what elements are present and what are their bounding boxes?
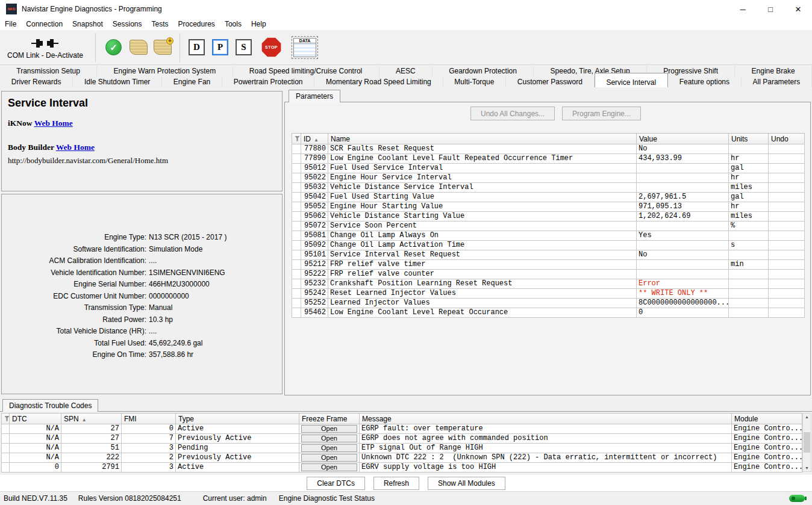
- parameter-row[interactable]: 95232 Crankshaft Position Learning Reset…: [292, 279, 805, 289]
- parameter-value[interactable]: [637, 241, 729, 250]
- menu-item[interactable]: Help: [246, 18, 271, 30]
- maximize-button-icon[interactable]: □: [757, 0, 784, 18]
- parameter-undo-cell[interactable]: [769, 154, 805, 164]
- parameter-row[interactable]: 95081 Change Oil Lamp Always On Yes: [292, 231, 805, 241]
- snapshot-scroll-icon[interactable]: [130, 40, 148, 55]
- feature-tab[interactable]: Idle Shutdown Timer: [73, 76, 162, 87]
- col-header-id[interactable]: ID▲: [301, 134, 328, 144]
- parameter-value[interactable]: No: [637, 144, 729, 154]
- col-header-type[interactable]: Type: [176, 414, 299, 424]
- parameter-row[interactable]: 95032 Vehicle Distance Service Interval …: [292, 183, 805, 193]
- feature-tab[interactable]: All Parameters: [742, 76, 812, 87]
- feature-tab[interactable]: Engine Warn Protection System: [97, 66, 233, 76]
- filter-header[interactable]: [2, 414, 10, 424]
- parameter-undo-cell[interactable]: [769, 299, 805, 308]
- parameter-row[interactable]: 95242 Reset Learned Injector Values ** W…: [292, 289, 805, 299]
- diagnostics-mode-button[interactable]: D: [189, 39, 205, 55]
- open-freeze-frame-button[interactable]: Open: [301, 444, 357, 452]
- parameter-value[interactable]: 2,697,961.5: [637, 193, 729, 202]
- parameter-row[interactable]: 95052 Engine Hour Starting Value 971,095…: [292, 202, 805, 212]
- open-freeze-frame-button[interactable]: Open: [301, 435, 357, 442]
- parameters-tab[interactable]: Parameters: [289, 90, 340, 102]
- parameter-undo-cell[interactable]: [769, 193, 805, 202]
- parameter-undo-cell[interactable]: [769, 241, 805, 250]
- scroll-down-icon[interactable]: ▼: [805, 466, 809, 470]
- programming-mode-button[interactable]: P: [212, 39, 228, 55]
- col-header-value[interactable]: Value: [637, 134, 729, 144]
- parameter-value[interactable]: Error: [637, 279, 729, 289]
- feature-tab[interactable]: Geardown Protection: [433, 66, 534, 76]
- snapshot-add-icon[interactable]: +: [154, 40, 172, 55]
- parameter-undo-cell[interactable]: [769, 212, 805, 222]
- parameter-undo-cell[interactable]: [769, 279, 805, 289]
- feature-tab[interactable]: Customer Password: [506, 76, 595, 87]
- feature-tab[interactable]: Engine Fan: [162, 76, 222, 87]
- parameter-undo-cell[interactable]: [769, 250, 805, 260]
- parameter-value[interactable]: [637, 183, 729, 193]
- minimize-button-icon[interactable]: ─: [729, 0, 757, 18]
- parameter-row[interactable]: 95072 Service Soon Percent %: [292, 222, 805, 231]
- feature-tab[interactable]: Road Speed limiting/Cruise Control: [233, 66, 379, 76]
- parameter-value[interactable]: 0: [637, 308, 729, 318]
- scroll-thumb[interactable]: [804, 432, 810, 453]
- parameter-row[interactable]: 95212 FRP relief valve timer min: [292, 260, 805, 270]
- feature-tab[interactable]: Feature options: [668, 76, 742, 87]
- dtc-row[interactable]: 0 2791 3 Active Open EGRV supply voltage…: [2, 463, 802, 472]
- snapshot-mode-button[interactable]: S: [236, 39, 252, 55]
- dtc-row[interactable]: N/A 222 2 Previously Active Open Unknown…: [2, 453, 802, 463]
- parameter-undo-cell[interactable]: [769, 231, 805, 241]
- open-freeze-frame-button[interactable]: Open: [301, 425, 357, 433]
- parameter-undo-cell[interactable]: [769, 270, 805, 279]
- data-log-icon[interactable]: DATA: [293, 38, 316, 57]
- menu-item[interactable]: Tools: [220, 18, 246, 30]
- menu-item[interactable]: Connection: [21, 18, 67, 30]
- clear-dtcs-button[interactable]: Clear DTCs: [307, 477, 365, 490]
- parameter-row[interactable]: 77890 Low Engine Coolant Level Fault Rep…: [292, 154, 805, 164]
- iknow-web-home-link[interactable]: Web Home: [34, 119, 73, 128]
- parameter-undo-cell[interactable]: [769, 308, 805, 318]
- parameter-value[interactable]: 434,933.99: [637, 154, 729, 164]
- col-header-units[interactable]: Units: [729, 134, 769, 144]
- col-header-dtc[interactable]: DTC: [10, 414, 61, 424]
- parameter-row[interactable]: 95012 Fuel Used Service Interval gal: [292, 164, 805, 173]
- dtc-row[interactable]: N/A 51 3 Pending Open ETP signal Out of …: [2, 444, 802, 453]
- parameter-value[interactable]: [637, 164, 729, 173]
- col-header-spn[interactable]: SPN▲: [61, 414, 122, 424]
- open-freeze-frame-button[interactable]: Open: [301, 463, 357, 471]
- feature-tab[interactable]: Transmission Setup: [0, 66, 97, 76]
- menu-item[interactable]: Procedures: [173, 18, 220, 30]
- parameter-value[interactable]: [637, 270, 729, 279]
- parameter-undo-cell[interactable]: [769, 202, 805, 212]
- parameter-undo-cell[interactable]: [769, 164, 805, 173]
- dtc-row[interactable]: N/A 27 0 Active Open EGRP fault: over te…: [2, 424, 802, 434]
- close-button-icon[interactable]: ✕: [784, 0, 812, 18]
- parameter-value[interactable]: [637, 222, 729, 231]
- parameter-undo-cell[interactable]: [769, 260, 805, 270]
- parameter-value[interactable]: ** WRITE ONLY **: [637, 289, 729, 299]
- parameter-value[interactable]: Yes: [637, 231, 729, 241]
- parameter-value[interactable]: 1,202,624.69: [637, 212, 729, 222]
- parameter-row[interactable]: 95222 FRP relief valve counter: [292, 270, 805, 279]
- undo-all-changes-button[interactable]: Undo All Changes...: [470, 107, 555, 120]
- dtc-tab[interactable]: Diagnostic Trouble Codes: [2, 399, 98, 412]
- feature-tab[interactable]: AESC: [379, 66, 433, 76]
- feature-tab[interactable]: Multi-Torque: [443, 76, 507, 87]
- feature-tab[interactable]: Service Interval: [595, 73, 668, 87]
- parameter-value[interactable]: 971,095.13: [637, 202, 729, 212]
- parameter-row[interactable]: 95462 Low Engine Coolant Level Repeat Oc…: [292, 308, 805, 318]
- connection-ok-icon[interactable]: ✓: [105, 39, 122, 55]
- parameter-undo-cell[interactable]: [769, 222, 805, 231]
- parameter-row[interactable]: 95042 Fuel Used Starting Value 2,697,961…: [292, 193, 805, 202]
- parameter-row[interactable]: 95092 Change Oil Lamp Activation Time s: [292, 241, 805, 250]
- scroll-up-icon[interactable]: ▲: [805, 415, 809, 419]
- parameter-row[interactable]: 77880 SCR Faults Reset Request No: [292, 144, 805, 154]
- feature-tab[interactable]: Momentary Road Speed Limiting: [314, 76, 443, 87]
- col-header-name[interactable]: Name: [328, 134, 637, 144]
- col-header-undo[interactable]: Undo: [769, 134, 805, 144]
- feature-tab[interactable]: Driver Rewards: [0, 76, 73, 87]
- col-header-freeze-frame[interactable]: Freeze Frame: [299, 414, 360, 424]
- col-header-module[interactable]: Module: [732, 414, 802, 424]
- parameter-row[interactable]: 95062 Vehicle Distance Starting Value 1,…: [292, 212, 805, 222]
- parameter-undo-cell[interactable]: [769, 144, 805, 154]
- parameter-row[interactable]: 95101 Service Interval Reset Request No: [292, 250, 805, 260]
